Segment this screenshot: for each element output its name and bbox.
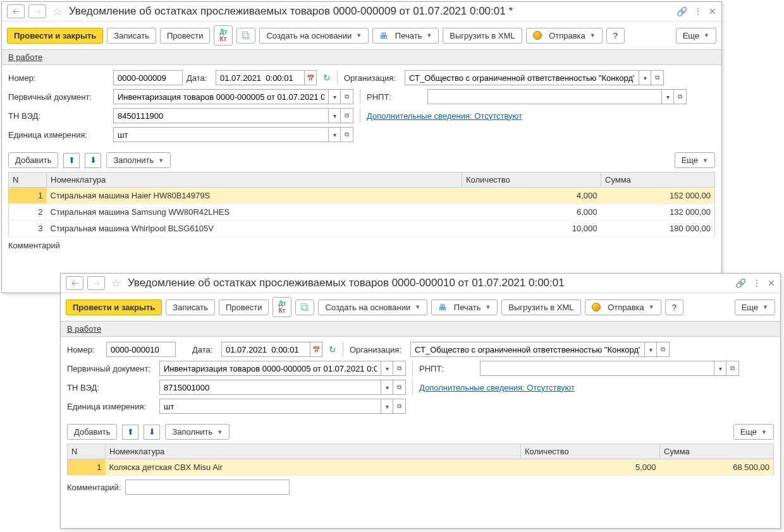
add-row-button[interactable]: Добавить: [8, 152, 58, 168]
items-table[interactable]: N Номенклатура Количество Сумма 1Коляска…: [67, 444, 774, 476]
write-button[interactable]: Записать: [166, 299, 215, 315]
create-on-base-button[interactable]: Создать на основании▼: [259, 28, 369, 44]
export-xml-button[interactable]: Выгрузить в XML: [443, 28, 522, 44]
more-vert-icon[interactable]: ⋮: [694, 6, 702, 16]
open-icon[interactable]: ⧉: [341, 89, 353, 104]
dropdown-icon[interactable]: ▾: [639, 70, 651, 85]
print-button[interactable]: 🖶 Печать▼: [372, 28, 439, 44]
org-input[interactable]: [405, 70, 639, 85]
nav-forward-button[interactable]: 🡢: [28, 4, 46, 18]
dropdown-icon[interactable]: ▾: [644, 342, 657, 357]
dropdown-icon[interactable]: ▾: [381, 380, 393, 395]
link-icon[interactable]: 🔗: [677, 6, 687, 16]
dropdown-icon[interactable]: ▾: [714, 361, 726, 376]
col-nomen[interactable]: Номенклатура: [106, 444, 521, 459]
table-row[interactable]: 3Стиральная машина Whirlpool BLSG6105V10…: [9, 221, 715, 237]
comment-input[interactable]: [125, 480, 290, 495]
date-input[interactable]: [221, 342, 310, 357]
link-icon[interactable]: 🔗: [735, 278, 746, 288]
open-icon[interactable]: ⧉: [657, 342, 670, 357]
create-on-base-button[interactable]: Создать на основании▼: [318, 299, 427, 315]
items-table[interactable]: N Номенклатура Количество Сумма 1Стираль…: [8, 172, 715, 237]
dropdown-icon[interactable]: ▾: [328, 108, 341, 123]
col-n[interactable]: N: [9, 172, 47, 188]
col-nomen[interactable]: Номенклатура: [47, 172, 462, 188]
post-button[interactable]: Провести: [219, 299, 269, 315]
more-button[interactable]: Еще▼: [676, 28, 716, 44]
post-button[interactable]: Провести: [160, 28, 211, 44]
open-icon[interactable]: ⧉: [726, 361, 739, 376]
fill-button[interactable]: Заполнить▼: [106, 152, 171, 168]
basedoc-input[interactable]: [113, 89, 328, 104]
table-row[interactable]: 1Коляска детская CBX Misu Air5,00068 500…: [68, 459, 774, 476]
date-input[interactable]: [216, 70, 304, 85]
unit-input[interactable]: [159, 399, 381, 414]
export-xml-button[interactable]: Выгрузить в XML: [501, 299, 580, 315]
rnpt-input[interactable]: [427, 89, 661, 104]
dropdown-icon[interactable]: ▾: [328, 89, 341, 104]
table-row[interactable]: 1Стиральная машина Haier HW80B14979S4,00…: [9, 188, 715, 204]
move-up-button[interactable]: ⬆: [63, 153, 80, 168]
extra-info-link[interactable]: Дополнительные сведения: Отсутствуют: [419, 383, 575, 392]
favorite-star-icon[interactable]: ☆: [111, 276, 121, 290]
basedoc-input[interactable]: [159, 361, 381, 376]
open-icon[interactable]: ⧉: [393, 399, 406, 414]
table-more-button[interactable]: Еще▼: [733, 424, 774, 440]
move-up-button[interactable]: ⬆: [122, 425, 138, 440]
col-sum[interactable]: Сумма: [601, 172, 715, 188]
tnved-input[interactable]: [113, 108, 328, 123]
help-button[interactable]: ?: [606, 28, 625, 44]
write-button[interactable]: Записать: [107, 28, 156, 44]
table-more-button[interactable]: Еще▼: [675, 152, 715, 168]
open-icon[interactable]: ⧉: [393, 361, 406, 376]
help-button[interactable]: ?: [665, 299, 683, 315]
post-and-close-button[interactable]: Провести и закрыть: [7, 28, 103, 44]
unit-input[interactable]: [113, 127, 328, 142]
date-action-icon[interactable]: ↻: [329, 344, 336, 354]
rnpt-input[interactable]: [480, 361, 714, 376]
dtkt-button[interactable]: ДтКт: [214, 25, 233, 45]
dropdown-icon[interactable]: ▾: [328, 127, 341, 142]
nav-back-button[interactable]: 🡠: [66, 276, 83, 290]
dropdown-icon[interactable]: ▾: [381, 399, 393, 414]
number-input[interactable]: [113, 70, 183, 85]
table-row[interactable]: 2Стиральная машина Samsung WW80R42LHES6,…: [9, 204, 715, 221]
send-button[interactable]: Отправка▼: [526, 28, 603, 44]
org-input[interactable]: [410, 342, 644, 357]
calendar-icon[interactable]: 📅: [310, 342, 322, 357]
status-link[interactable]: В работе: [67, 324, 101, 334]
structure-button[interactable]: ⿻: [295, 299, 314, 315]
more-button[interactable]: Еще▼: [735, 299, 775, 315]
nav-forward-button[interactable]: 🡢: [87, 276, 105, 290]
open-icon[interactable]: ⧉: [651, 70, 664, 85]
move-down-button[interactable]: ⬇: [85, 153, 101, 168]
close-icon[interactable]: ✕: [768, 278, 775, 288]
print-button[interactable]: 🖶 Печать▼: [431, 299, 498, 315]
post-and-close-button[interactable]: Провести и закрыть: [66, 299, 162, 315]
fill-button[interactable]: Заполнить▼: [165, 424, 230, 440]
favorite-star-icon[interactable]: ☆: [52, 4, 63, 18]
extra-info-link[interactable]: Дополнительные сведения: Отсутствуют: [367, 111, 522, 121]
status-link[interactable]: В работе: [8, 52, 42, 62]
dropdown-icon[interactable]: ▾: [661, 89, 674, 104]
open-icon[interactable]: ⧉: [341, 127, 353, 142]
more-vert-icon[interactable]: ⋮: [752, 278, 761, 288]
date-action-icon[interactable]: ↻: [323, 73, 331, 83]
move-down-button[interactable]: ⬇: [144, 425, 160, 440]
col-sum[interactable]: Сумма: [660, 444, 774, 459]
structure-button[interactable]: ⿻: [236, 28, 255, 44]
nav-back-button[interactable]: 🡠: [7, 4, 25, 18]
calendar-icon[interactable]: 📅: [304, 70, 317, 85]
col-qty[interactable]: Количество: [462, 172, 601, 188]
col-n[interactable]: N: [68, 444, 106, 459]
dtkt-button[interactable]: ДтКт: [273, 297, 291, 317]
close-icon[interactable]: ✕: [709, 6, 716, 16]
open-icon[interactable]: ⧉: [393, 380, 406, 395]
tnved-input[interactable]: [159, 380, 381, 395]
col-qty[interactable]: Количество: [521, 444, 660, 459]
add-row-button[interactable]: Добавить: [67, 424, 117, 440]
open-icon[interactable]: ⧉: [341, 108, 353, 123]
send-button[interactable]: Отправка▼: [585, 299, 661, 315]
dropdown-icon[interactable]: ▾: [381, 361, 393, 376]
number-input[interactable]: [106, 342, 176, 357]
